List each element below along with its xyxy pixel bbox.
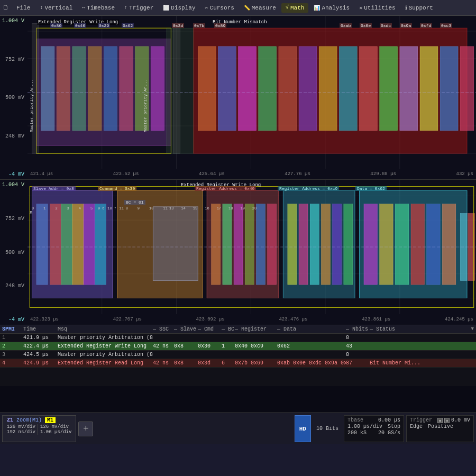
- row3-slave: [174, 352, 198, 358]
- svg-rect-32: [400, 47, 418, 131]
- hex-mid-1: 0x3d: [172, 23, 184, 28]
- measure-menu-label: Measure: [252, 5, 276, 11]
- col-ssc-header: — SSC: [153, 326, 174, 332]
- hex-right-3: 0xdc: [380, 23, 392, 28]
- col-msq-header: Msq: [58, 326, 153, 332]
- svg-rect-64: [268, 204, 277, 285]
- row2-time: 422.4 µs: [23, 343, 58, 349]
- table-row[interactable]: 3 424.5 µs Master priority Arbitration (…: [0, 351, 476, 359]
- svg-rect-16: [104, 47, 117, 131]
- ch1-scale-1: 126 mV/div: [7, 424, 35, 429]
- menu-trigger[interactable]: ↑ Trigger: [120, 3, 158, 13]
- zoom-info-panel: Z1 zoom(M1) M1 126 mV/div 192 ns/div 126…: [2, 415, 76, 442]
- bc-label: BC = 01: [124, 200, 145, 205]
- upper-waveform-view: 1.004 V 752 mV 500 mV 248 mV -4 mV: [0, 16, 476, 180]
- row2-bc: 1: [222, 343, 235, 349]
- sample-rate2: 20 GS/s: [378, 430, 400, 436]
- add-channel-button[interactable]: +: [78, 422, 93, 436]
- reg-addr-1-label: Register Address = 0x40: [195, 186, 256, 191]
- svg-rect-61: [234, 204, 243, 285]
- menu-file[interactable]: File: [12, 3, 34, 13]
- menu-math[interactable]: √ Math: [281, 3, 308, 13]
- timebase-rate: 1.00 µs/div: [347, 424, 382, 429]
- col-reg-header: — Register: [235, 326, 277, 332]
- svg-rect-26: [279, 47, 297, 131]
- bits-label: 10 Bits: [316, 426, 338, 432]
- row3-bc: [222, 352, 235, 358]
- lower-y-3: 500 mV: [1, 250, 26, 255]
- cursors-menu-label: Cursors: [210, 5, 234, 11]
- row1-msq: Master priority Arbitration (8): [58, 335, 153, 341]
- lower-waveform-svg: [28, 180, 476, 314]
- upper-waveform-svg: [28, 16, 476, 169]
- svg-rect-62: [245, 204, 254, 285]
- oscilloscope-area: 1.004 V 752 mV 500 mV 248 mV -4 mV: [0, 16, 476, 413]
- svg-rect-50: [36, 204, 48, 285]
- y-label-5: -4 mV: [1, 171, 26, 177]
- row4-data: 0xab 0x0e 0xdc 0x9a 0xfd 0xc3: [277, 360, 346, 366]
- row4-nbits: 87: [346, 360, 370, 366]
- lower-y-5: -4 mV: [1, 317, 26, 323]
- menu-analysis[interactable]: 📊 Analysis: [309, 3, 354, 13]
- row1-id: 1: [2, 335, 23, 341]
- row4-id: 4: [2, 360, 23, 366]
- svg-rect-70: [333, 204, 342, 285]
- svg-rect-74: [380, 204, 393, 285]
- trigger-mode: Stop: [388, 424, 400, 429]
- timebase-panel: Tbase 0.00 µs 1.00 µs/div Stop 200 kS 20…: [344, 415, 404, 442]
- bit-numbers-cmd: 91011: [98, 206, 124, 210]
- menu-display[interactable]: ⬜ Display: [159, 3, 199, 13]
- lower-x-4: 423.861 µs: [362, 317, 390, 322]
- menu-vertical[interactable]: ↕ Vertical: [35, 3, 77, 13]
- table-row[interactable]: 4 424.9 µs Extended Register Read Long 4…: [0, 359, 476, 368]
- menu-utilities[interactable]: ✕ Utilities: [355, 3, 399, 13]
- svg-rect-13: [57, 47, 70, 131]
- table-row[interactable]: 2 422.4 µs Extended Register Write Long …: [0, 342, 476, 351]
- data-label: Data = 0x62: [355, 186, 387, 191]
- svg-rect-55: [95, 204, 106, 285]
- lower-x-axis: 422.323 µs 422.707 µs 423.092 µs 423.476…: [28, 314, 476, 325]
- row1-ssc: [153, 335, 174, 341]
- svg-rect-76: [411, 204, 424, 285]
- trigger-edge-type: Edge: [410, 424, 423, 429]
- menu-support[interactable]: ℹ Support: [401, 3, 437, 13]
- col-status-header: — Status: [370, 326, 433, 332]
- row2-ssc: 42 ns: [153, 343, 174, 349]
- menu-cursors[interactable]: ✂ Cursors: [201, 3, 239, 13]
- svg-rect-59: [212, 204, 221, 285]
- tbase-label: Tbase: [347, 417, 363, 423]
- file-icon: 🗋: [3, 4, 9, 12]
- table-row[interactable]: 1 421.9 µs Master priority Arbitration (…: [0, 334, 476, 342]
- row3-ssc: [153, 352, 174, 358]
- hd-badge: HD: [295, 415, 311, 442]
- hex-mid-2: 0x7b: [193, 23, 205, 28]
- vertical-menu-label: Vertical: [44, 5, 72, 11]
- menu-measure[interactable]: 📏 Measure: [240, 3, 280, 13]
- bits-panel: 10 Bits: [313, 415, 342, 442]
- cursors-icon: ✂: [205, 5, 208, 11]
- svg-rect-77: [427, 204, 440, 285]
- data-table: SPMI Time Msq — SSC — Slave — Cmd — BC —…: [0, 325, 476, 386]
- row2-cmd: 0x30: [198, 343, 222, 349]
- spacer: [95, 415, 292, 442]
- col-nbits-header: — Nbits: [346, 326, 370, 332]
- lower-y-1: 1.004 V: [1, 182, 26, 188]
- utilities-icon: ✕: [359, 5, 362, 11]
- svg-rect-19: [151, 47, 164, 131]
- svg-rect-14: [72, 47, 86, 131]
- row2-data: 0x62: [277, 343, 346, 349]
- svg-rect-53: [72, 204, 84, 285]
- hex-right-6: 0xc3: [440, 23, 452, 28]
- row1-cmd: [198, 335, 222, 341]
- col-time-header: Time: [23, 326, 58, 332]
- menu-bar: 🗋 File ↕ Vertical ↔ Timebase ↑ Trigger ⬜…: [0, 0, 476, 16]
- row1-bc: [222, 335, 235, 341]
- row2-slave: 0x8: [174, 343, 198, 349]
- menu-timebase[interactable]: ↔ Timebase: [78, 3, 119, 13]
- slave-addr-label: Slave Addr = 0x8: [32, 186, 76, 191]
- hex-right-2: 0x0e: [360, 23, 372, 28]
- x-label-4: 429.88 µs: [370, 171, 396, 177]
- row3-nbits: 8: [346, 352, 370, 358]
- display-menu-label: Display: [171, 5, 195, 11]
- display-icon: ⬜: [163, 5, 169, 11]
